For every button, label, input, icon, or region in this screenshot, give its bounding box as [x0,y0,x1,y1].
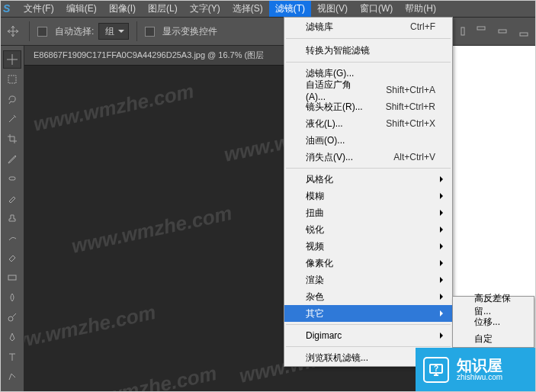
lasso-tool[interactable] [3,90,21,108]
filter-digimarc[interactable]: Digimarc [284,327,452,344]
marquee-tool[interactable] [3,70,21,88]
shortcut: Shift+Ctrl+R [367,101,435,112]
menu-item-label: 镜头校正(R)... [306,101,363,114]
filter-other[interactable]: 其它 [284,305,452,322]
menu-edit[interactable]: 编辑(E) [60,1,103,17]
submenu-arrow-icon [440,243,446,249]
align-icon-6[interactable] [473,24,489,39]
eraser-tool[interactable] [3,249,21,267]
menu-help[interactable]: 帮助(H) [399,1,442,17]
watermark: www.wmzhe.com [69,201,234,259]
menu-separator [286,62,451,63]
menu-separator [286,168,451,169]
menu-item-label: 杂色 [306,291,324,304]
auto-select-checkbox[interactable] [37,27,47,37]
menu-layer[interactable]: 图层(L) [142,1,184,17]
wand-tool[interactable] [3,110,21,128]
svg-rect-8 [499,30,506,33]
filter-liquify[interactable]: 液化(L)...Shift+Ctrl+X [284,115,452,132]
shortcut: Shift+Ctrl+A [367,85,435,95]
path-tool[interactable] [3,368,21,386]
align-icon-7[interactable] [495,24,510,39]
filter-stylize[interactable]: 风格化 [284,171,452,188]
filter-other-submenu: 高反差保留... 位移... 自定 [452,296,534,348]
brand-monitor-icon: ? [423,357,449,383]
other-offset[interactable]: 位移... [453,313,534,330]
menu-file[interactable]: 文件(F) [18,1,59,17]
filter-menu: 滤镜库 Ctrl+F 转换为智能滤镜 滤镜库(G)... 自适应广角(A)...… [284,17,453,367]
menu-filter[interactable]: 滤镜(T) [269,1,311,17]
align-icon-8[interactable] [516,24,531,39]
other-custom[interactable]: 自定 [453,330,534,347]
brand-badge[interactable]: ? 知识屋 zhishiwu.com [416,348,536,392]
svg-rect-11 [9,177,15,180]
brush-tool[interactable] [3,189,21,207]
filter-convert-smart[interactable]: 转换为智能滤镜 [284,41,452,59]
align-icon-5[interactable] [452,24,467,39]
gradient-tool[interactable] [3,268,21,287]
menu-select[interactable]: 选择(S) [226,1,269,17]
menu-item-label: Digimarc [306,330,342,341]
show-transform-label: 显示变换控件 [162,25,217,38]
auto-select-label: 自动选择: [55,25,94,38]
history-brush-tool[interactable] [3,229,21,247]
filter-oil-paint[interactable]: 油画(O)... [284,132,452,149]
menu-item-label: 视频 [306,240,324,253]
menu-separator [286,324,451,325]
dodge-tool[interactable] [3,308,21,326]
svg-rect-9 [520,33,528,36]
svg-rect-7 [477,27,485,30]
submenu-arrow-icon [440,176,446,182]
filter-blur[interactable]: 模糊 [284,188,452,204]
filter-pixelate[interactable]: 像素化 [284,255,452,272]
watermark: www.wmzhe.com [31,79,196,137]
shortcut: Alt+Ctrl+V [375,152,435,162]
menu-item-label: 其它 [306,307,324,320]
menu-type[interactable]: 文字(Y) [184,1,226,17]
submenu-arrow-icon [440,310,446,316]
menu-item-label: 浏览联机滤镜... [306,352,368,365]
menu-window[interactable]: 窗口(W) [354,1,399,17]
menu-image[interactable]: 图像(I) [103,1,142,17]
menu-item-label: 转换为智能滤镜 [306,44,370,57]
auto-select-dropdown[interactable]: 组 [98,23,129,40]
crop-tool[interactable] [3,130,21,148]
brand-title: 知识屋 [457,358,502,373]
submenu-arrow-icon [440,210,446,216]
blur-tool[interactable] [3,288,21,307]
submenu-arrow-icon [440,277,446,283]
shortcut: Shift+Ctrl+X [367,118,435,129]
menu-view[interactable]: 视图(V) [311,1,354,17]
show-transform-checkbox[interactable] [145,27,155,37]
stamp-tool[interactable] [3,209,21,227]
menu-item-label: 模糊 [306,190,324,203]
healing-tool[interactable] [3,169,21,188]
filter-video[interactable]: 视频 [284,238,452,255]
menu-item-label: 锐化 [306,223,324,236]
filter-sharpen[interactable]: 锐化 [284,221,452,238]
brand-subtitle: zhishiwu.com [457,373,502,382]
filter-vanishing-point[interactable]: 消失点(V)...Alt+Ctrl+V [284,149,452,165]
svg-rect-6 [461,27,464,35]
watermark: www.wmzhe.com [24,300,158,358]
move-tool-indicator[interactable] [5,23,21,40]
submenu-arrow-icon [440,227,446,233]
menu-item-label: 滤镜库 [306,21,333,34]
type-tool[interactable] [3,348,21,366]
watermark: www.wmzhe.com [54,361,219,392]
other-highpass[interactable]: 高反差保留... [453,297,534,313]
menubar: S 文件(F) 编辑(E) 图像(I) 图层(L) 文字(Y) 选择(S) 滤镜… [0,0,536,17]
filter-last[interactable]: 滤镜库 Ctrl+F [284,18,452,36]
pen-tool[interactable] [3,328,21,346]
menu-item-label: 风格化 [306,173,333,186]
move-tool[interactable] [3,50,21,69]
filter-noise[interactable]: 杂色 [284,288,452,305]
filter-render[interactable]: 渲染 [284,272,452,288]
filter-adaptive-wide[interactable]: 自适应广角(A)...Shift+Ctrl+A [284,82,452,98]
svg-point-13 [8,316,13,321]
filter-distort[interactable]: 扭曲 [284,204,452,221]
app-logo: S [3,2,10,14]
filter-lens-correction[interactable]: 镜头校正(R)...Shift+Ctrl+R [284,98,452,115]
eyedropper-tool[interactable] [3,149,21,168]
menu-separator [286,346,451,347]
